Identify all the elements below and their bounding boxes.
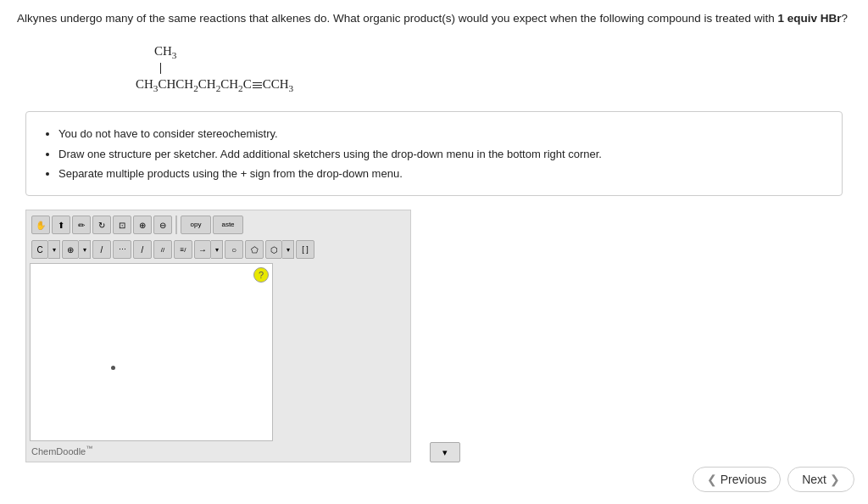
toolbar-separator-1	[175, 216, 177, 234]
plus-dropdown[interactable]: ⊕ ▾	[62, 240, 91, 259]
pentagon-tool[interactable]: ⬠	[245, 240, 264, 259]
arrow-btn[interactable]: →	[194, 240, 211, 259]
hexagon-dropdown[interactable]: ⬡ ▾	[265, 240, 294, 259]
next-label: Next	[802, 473, 826, 486]
compound-formula-2: CH3CHCH2CH2CH2C	[136, 74, 252, 96]
bold-reagent: 1 equiv HBr	[778, 12, 842, 25]
arrow-dropdown[interactable]: → ▾	[194, 240, 223, 259]
toolbar-row1: ✋ ⬆ ✏ ↻ ⊡ ⊕ ⊖ opy aste	[30, 214, 407, 236]
single-bond-tool[interactable]: /	[133, 240, 152, 259]
compound-formula-1: CH3	[154, 41, 176, 63]
rotate-tool[interactable]: ↻	[92, 216, 111, 234]
chemdoodle-label: ChemDoodle™	[30, 443, 94, 458]
canvas-dot	[111, 366, 115, 370]
zoom-in-tool[interactable]: ⊕	[133, 216, 152, 234]
instruction-2: Draw one structure per sketcher. Add add…	[58, 144, 826, 164]
instruction-3: Separate multiple products using the + s…	[58, 164, 826, 183]
lasso-tool[interactable]: ✏	[72, 216, 91, 234]
previous-label: Previous	[721, 473, 766, 486]
instructions-box: You do not have to consider stereochemis…	[25, 111, 843, 196]
sketcher-area: ✋ ⬆ ✏ ↻ ⊡ ⊕ ⊖ opy aste C ▾ ⊕ ▾	[25, 210, 411, 462]
hexagon-btn[interactable]: ⬡	[265, 240, 282, 259]
toolbar-row2: C ▾ ⊕ ▾ / ⋯ / // ≡/ → ▾ ○ ⬠ ⬡ ▾	[30, 238, 407, 260]
previous-chevron-icon: ❮	[707, 473, 717, 486]
add-sketcher-area: ▾	[430, 442, 460, 462]
help-icon[interactable]: ?	[253, 267, 269, 283]
previous-button[interactable]: ❮ Previous	[693, 467, 781, 492]
next-chevron-icon: ❯	[830, 473, 840, 486]
double-bond-tool[interactable]: //	[153, 240, 172, 259]
add-sketcher-dropdown-btn[interactable]: ▾	[430, 442, 460, 462]
copy-tool[interactable]: opy	[181, 216, 211, 234]
sketcher-canvas[interactable]: ?	[30, 263, 273, 441]
navigation-area: ❮ Previous Next ❯	[693, 467, 854, 492]
compound-structure: CH3 CH3CHCH2CH2CH2C CCH3	[85, 41, 851, 96]
bond-tool[interactable]: /	[92, 240, 111, 259]
circle-tool[interactable]: ○	[225, 240, 243, 259]
triple-bond-tool[interactable]: ≡/	[174, 240, 192, 259]
carbon-btn[interactable]: C	[31, 240, 48, 259]
eraser-tool[interactable]: ⬆	[52, 216, 70, 234]
lasso2-tool[interactable]: ⊡	[113, 216, 131, 234]
question-text: Alkynes undergo many of the same reactio…	[17, 10, 851, 27]
hexagon-dropdown-arrow[interactable]: ▾	[282, 240, 294, 259]
plus-dropdown-arrow[interactable]: ▾	[79, 240, 91, 259]
question-area: Alkynes undergo many of the same reactio…	[0, 0, 868, 469]
sketcher-footer: ChemDoodle™	[30, 441, 407, 458]
instructions-list: You do not have to consider stereochemis…	[42, 124, 826, 183]
carbon-dropdown-arrow[interactable]: ▾	[48, 240, 60, 259]
paste-tool[interactable]: aste	[213, 216, 243, 234]
hand-tool[interactable]: ✋	[31, 216, 50, 234]
carbon-dropdown[interactable]: C ▾	[31, 240, 60, 259]
arrow-dropdown-arrow[interactable]: ▾	[211, 240, 223, 259]
instruction-1: You do not have to consider stereochemis…	[58, 124, 826, 143]
next-button[interactable]: Next ❯	[787, 467, 854, 492]
compound-formula-3: CCH3	[263, 74, 293, 96]
dotted-tool[interactable]: ⋯	[113, 240, 131, 259]
zoom-out-tool[interactable]: ⊖	[153, 216, 172, 234]
bracket-tool[interactable]: [ ]	[296, 240, 314, 259]
plus-btn[interactable]: ⊕	[62, 240, 79, 259]
